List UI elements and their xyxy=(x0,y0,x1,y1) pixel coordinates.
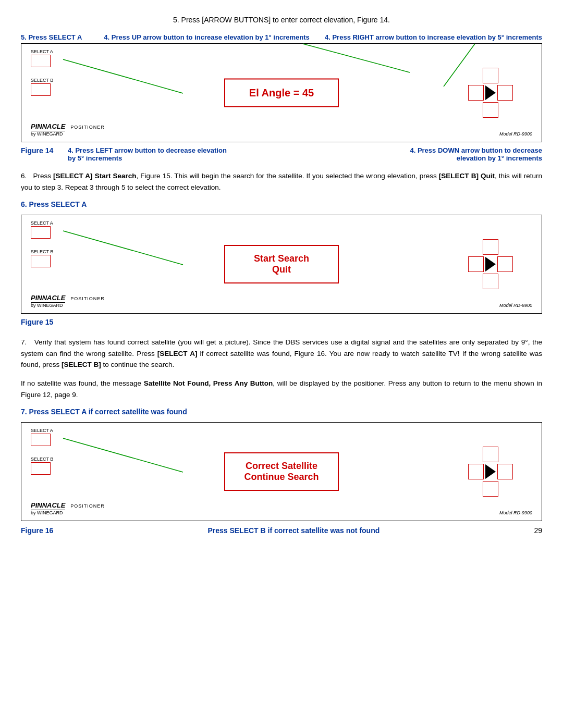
fig15-brand-winegard: by WINEGARD xyxy=(31,303,105,308)
fig15-middle-arrow-row xyxy=(468,256,513,272)
fig16-select-b-group: SELECT B xyxy=(31,456,53,475)
figure14-inner: SELECT A SELECT B El Angle = 45 xyxy=(21,44,542,142)
fig15-right-arrow-box xyxy=(497,256,513,272)
svg-line-1 xyxy=(303,44,410,72)
figure14-bottom-labels: Figure 14 4. Press LEFT arrow button to … xyxy=(21,146,542,162)
fig16-select-a-box xyxy=(31,434,51,446)
figure16-display: Correct Satellite Continue Search xyxy=(224,452,339,491)
bottom-footer: Figure 16 Press SELECT B if correct sate… xyxy=(21,526,542,535)
fig15-left-panel: SELECT A SELECT B xyxy=(31,220,53,276)
figure15-inner: SELECT A SELECT B Start Search Quit xyxy=(21,215,542,313)
fig16-select-a-label: SELECT A xyxy=(31,428,53,433)
fig14-label: Figure 14 xyxy=(21,146,63,155)
fig15-left-arrow-box xyxy=(468,256,484,272)
fig16-select-a-group: SELECT A xyxy=(31,428,53,446)
fig15-arrow-cluster xyxy=(468,239,513,289)
step5-instruction: 5. Press [ARROW BUTTONS] to enter correc… xyxy=(21,16,542,24)
fig15-select-b-group: SELECT B xyxy=(31,249,53,267)
svg-line-4 xyxy=(63,438,183,472)
right-arrow-box xyxy=(497,85,513,101)
fig15-brand-area: PINNACLE POSITIONER by WINEGARD xyxy=(31,293,105,308)
figure15-section-header: 6. Press SELECT A xyxy=(21,200,542,208)
fig16-label: Figure 16 xyxy=(21,526,53,535)
select-a-group: SELECT A xyxy=(31,49,53,67)
select-b-label: SELECT B xyxy=(31,78,53,83)
fig14-bottom-left-label: 4. Press LEFT arrow button to decrease e… xyxy=(68,146,235,162)
fig16-brand-area: PINNACLE POSITIONER by WINEGARD xyxy=(31,501,105,515)
figure15-diagram: SELECT A SELECT B Start Search Quit xyxy=(21,215,542,314)
page-number: 29 xyxy=(534,526,542,535)
fig14-bottom-right-label: 4. Press DOWN arrow button to decrease e… xyxy=(386,146,542,162)
svg-line-0 xyxy=(63,59,183,93)
fig16-bottom-center: Press SELECT B if correct satellite was … xyxy=(53,526,534,535)
fig16-model-label: Model RD-9900 xyxy=(499,510,532,515)
fig15-select-a-label: SELECT A xyxy=(31,220,53,226)
fig14-top-right-label: 4. Press RIGHT arrow button to increase … xyxy=(325,33,542,41)
fig16-left-panel: SELECT A SELECT B xyxy=(31,428,53,483)
figure16-diagram: SELECT A SELECT B Correct Satellite Cont… xyxy=(21,422,542,521)
fig15-up-arrow-box xyxy=(483,239,498,255)
step6-text: 6. Press [SELECT A] Start Search, Figure… xyxy=(21,170,542,193)
brand-winegard: by WINEGARD xyxy=(31,131,105,137)
select-a-box xyxy=(31,55,51,67)
select-a-label: SELECT A xyxy=(31,49,53,54)
select-b-box xyxy=(31,83,51,96)
fig15-label: Figure 15 xyxy=(21,318,63,326)
svg-line-3 xyxy=(63,231,183,265)
up-arrow-box xyxy=(483,68,498,83)
model-label: Model RD-9900 xyxy=(499,131,532,137)
fig16-right-arrow-box xyxy=(497,464,513,479)
left-arrow-box xyxy=(468,85,484,101)
fig16-select-b-box xyxy=(31,462,51,475)
fig15-select-a-box xyxy=(31,226,51,239)
select-b-group: SELECT B xyxy=(31,78,53,96)
middle-arrow-row xyxy=(468,85,513,101)
fig16-brand-pinnacle-text: PINNACLE POSITIONER xyxy=(31,501,105,510)
figure16-section-header: 7. Press SELECT A if correct satellite w… xyxy=(21,408,542,416)
step7-para2: If no satellite was found, the message S… xyxy=(21,378,542,400)
fig16-arrow-cluster xyxy=(468,447,513,497)
fig14-bottom-left-wrapper: Figure 14 4. Press LEFT arrow button to … xyxy=(21,146,235,162)
arrow-cluster xyxy=(468,68,513,118)
down-arrow-box xyxy=(483,102,498,118)
fig15-select-b-box xyxy=(31,255,51,267)
fig16-select-b-label: SELECT B xyxy=(31,456,53,462)
fig16-left-arrow-box xyxy=(468,464,484,479)
fig16-up-arrow-box xyxy=(483,447,498,462)
fig16-down-arrow-box xyxy=(483,481,498,497)
fig15-down-arrow-box xyxy=(483,274,498,289)
figure16-inner: SELECT A SELECT B Correct Satellite Cont… xyxy=(21,423,542,521)
figure15-display: Start Search Quit xyxy=(224,245,339,283)
fig15-brand-pinnacle-text: PINNACLE POSITIONER xyxy=(31,293,105,303)
figure14-display: El Angle = 45 xyxy=(224,79,339,107)
brand-area: PINNACLE POSITIONER by WINEGARD xyxy=(31,122,105,137)
step7-para1: 7. Verify that system has found correct … xyxy=(21,337,542,371)
fig14-top-center-label: 4. Press UP arrow button to increase ele… xyxy=(89,33,325,41)
fig16-center-tri xyxy=(485,464,496,479)
left-panel: SELECT A SELECT B xyxy=(31,49,53,104)
fig14-top-left-label: 5. Press SELECT A xyxy=(21,33,89,41)
fig16-middle-arrow-row xyxy=(468,464,513,479)
figure14-top-labels: 5. Press SELECT A 4. Press UP arrow butt… xyxy=(21,33,542,41)
figure14-diagram: SELECT A SELECT B El Angle = 45 xyxy=(21,43,542,142)
fig15-select-a-group: SELECT A xyxy=(31,220,53,239)
fig15-select-b-label: SELECT B xyxy=(31,249,53,254)
brand-pinnacle-text: PINNACLE POSITIONER xyxy=(31,122,105,131)
figure15-caption-row: Figure 15 xyxy=(21,318,542,326)
fig15-center-tri xyxy=(485,257,496,272)
fig15-model-label: Model RD-9900 xyxy=(499,303,532,308)
center-tri xyxy=(485,85,496,100)
fig16-brand-winegard: by WINEGARD xyxy=(31,510,105,515)
